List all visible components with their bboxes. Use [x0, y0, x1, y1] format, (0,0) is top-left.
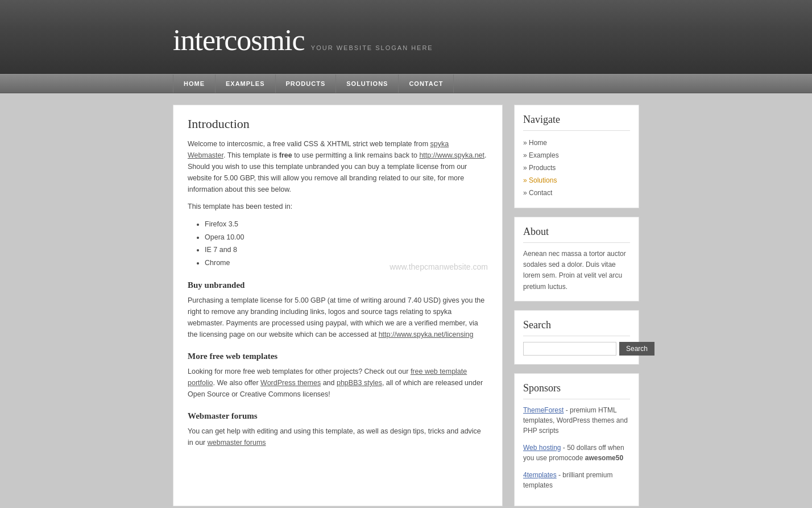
nav-solutions[interactable]: SOLUTIONS	[336, 75, 399, 93]
licensing-link[interactable]: http://www.spyka.net/licensing	[379, 331, 474, 338]
buy-title: Buy unbranded	[188, 280, 488, 290]
nav-home[interactable]: HOME	[173, 75, 216, 93]
search-input[interactable]	[523, 342, 616, 356]
main-title: Introduction	[188, 117, 488, 131]
sidebar-nav-contact[interactable]: Contact	[523, 187, 630, 199]
header: intercosmic YOUR WEBSITE SLOGAN HERE	[0, 0, 812, 74]
site-slogan: YOUR WEBSITE SLOGAN HERE	[311, 44, 433, 51]
about-text: Aenean nec massa a tortor auctor sodales…	[523, 249, 630, 292]
tested-label: This template has been tested in:	[188, 201, 488, 212]
4templates-link[interactable]: 4templates	[523, 471, 557, 479]
intro-paragraph: Welcome to intercosmic, a free valid CSS…	[188, 138, 488, 195]
nav-products[interactable]: PRODUCTS	[276, 75, 337, 93]
list-item: Opera 10.00	[205, 231, 488, 244]
sidebar-nav-solutions[interactable]: Solutions	[523, 174, 630, 187]
sponsor-item: ThemeForest - premium HTML templates, Wo…	[523, 405, 630, 436]
sponsors-box: Sponsors ThemeForest - premium HTML temp…	[514, 373, 639, 506]
about-title: About	[523, 226, 630, 243]
browser-list: Firefox 3.5 Opera 10.00 IE 7 and 8 Chrom…	[205, 218, 488, 269]
main-content: Introduction Welcome to intercosmic, a f…	[173, 105, 503, 506]
sponsor-item: 4templates - brilliant premium templates	[523, 470, 630, 490]
moretemplates-title: More free web templates	[188, 352, 488, 361]
webmaster-title: Webmaster forums	[188, 411, 488, 421]
search-box: Search Search	[514, 310, 639, 365]
search-button[interactable]: Search	[619, 342, 654, 356]
sidebar: Navigate Home Examples Products Solution…	[514, 105, 639, 506]
about-box: About Aenean nec massa a tortor auctor s…	[514, 217, 639, 302]
sidebar-nav-products[interactable]: Products	[523, 162, 630, 174]
search-title: Search	[523, 319, 630, 336]
moretemplates-paragraph: Looking for more free web templates for …	[188, 366, 488, 400]
sponsors-title: Sponsors	[523, 382, 630, 399]
wordpress-themes-link[interactable]: WordPress themes	[260, 379, 321, 387]
phpbb3-link[interactable]: phpBB3 styles	[337, 379, 382, 387]
site-title: intercosmic	[173, 24, 305, 56]
sidebar-nav-home[interactable]: Home	[523, 137, 630, 149]
page: Introduction Welcome to intercosmic, a f…	[173, 105, 639, 506]
list-item: IE 7 and 8	[205, 243, 488, 257]
watermark: www.thepcmanwebsite.com	[390, 262, 488, 271]
themeforest-link[interactable]: ThemeForest	[523, 406, 564, 414]
buy-paragraph: Purchasing a template license for 5.00 G…	[188, 295, 488, 340]
sponsor-item: Web hosting - 50 dollars off when you us…	[523, 443, 630, 463]
navigate-box: Navigate Home Examples Products Solution…	[514, 105, 639, 208]
list-item: Firefox 3.5	[205, 218, 488, 231]
spyka-net-link[interactable]: http://www.spyka.net	[419, 151, 484, 159]
webmaster-forums-link[interactable]: webmaster forums	[208, 439, 266, 447]
webmaster-paragraph: You can get help with editing and using …	[188, 426, 488, 448]
nav-examples[interactable]: EXAMPLES	[216, 75, 276, 93]
sidebar-nav-examples[interactable]: Examples	[523, 149, 630, 162]
navigate-title: Navigate	[523, 114, 630, 131]
nav-bar: HOME EXAMPLES PRODUCTS SOLUTIONS CONTACT	[0, 74, 812, 93]
nav-contact[interactable]: CONTACT	[399, 75, 454, 93]
webhosting-link[interactable]: Web hosting	[523, 444, 561, 452]
